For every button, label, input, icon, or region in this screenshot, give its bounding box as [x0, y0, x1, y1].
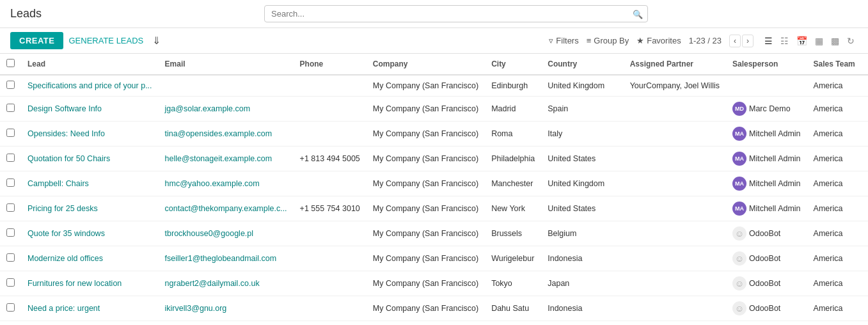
pagination-info: 1-23 / 23 — [689, 36, 722, 45]
lead-assigned-partner — [624, 97, 726, 122]
lead-email[interactable]: tina@opensides.example.com — [165, 129, 272, 138]
lead-sales-team: America — [807, 75, 862, 97]
lead-city: Roma — [485, 122, 541, 147]
lead-name[interactable]: Opensides: Need Info — [28, 129, 105, 138]
col-company: Company — [367, 54, 485, 75]
lead-name[interactable]: Need a price: urgent — [28, 304, 100, 313]
lead-company: My Company (San Francisco) — [367, 171, 485, 196]
lead-city: New York — [485, 196, 541, 221]
create-button[interactable]: CREATE — [10, 32, 63, 49]
search-icon[interactable]: 🔍 — [633, 9, 643, 19]
lead-name[interactable]: Design Software Info — [28, 104, 102, 113]
lead-city: Odoyev — [485, 321, 541, 326]
next-page-button[interactable]: › — [742, 35, 754, 47]
grid-view-button[interactable]: ▦ — [812, 35, 826, 47]
lead-assigned-partner — [624, 147, 726, 171]
lead-country: United States — [541, 147, 623, 171]
lead-email[interactable]: tbrockhouse0@google.pl — [165, 229, 253, 238]
lead-company: My Company (San Francisco) — [367, 271, 485, 296]
lead-sales-team: America — [807, 271, 862, 296]
avatar: ☺ — [732, 251, 746, 266]
refresh-button[interactable]: ↻ — [844, 35, 858, 47]
row-checkbox[interactable] — [6, 154, 15, 162]
avatar: MA — [732, 177, 746, 191]
lead-email[interactable]: ikirvell3@gnu.org — [165, 304, 227, 313]
lead-name[interactable]: Modernize old offices — [28, 254, 103, 263]
row-checkbox[interactable] — [6, 104, 15, 112]
lead-phone — [294, 171, 367, 196]
lead-name[interactable]: Quote for 35 windows — [28, 229, 105, 238]
lead-company: My Company (San Francisco) — [367, 97, 485, 122]
table-row: Need a price: urgentikirvell3@gnu.orgMy … — [0, 296, 868, 321]
lead-email[interactable]: contact@thekompany.example.c... — [165, 204, 287, 213]
lead-assigned-partner — [624, 271, 726, 296]
groupby-button[interactable]: ≡ Group By — [587, 36, 629, 45]
table-row: Opensides: Need Infotina@opensides.examp… — [0, 122, 868, 147]
filter-icon: ▿ — [549, 36, 553, 45]
lead-company: My Company (San Francisco) — [367, 296, 485, 321]
lead-salesperson: MDMarc Demo — [726, 97, 807, 122]
lead-phone — [294, 271, 367, 296]
salesperson-name: Mitchell Admin — [749, 154, 801, 163]
lead-email[interactable]: hmc@yahoo.example.com — [165, 179, 260, 188]
list-view-button[interactable]: ☰ — [761, 35, 776, 47]
favorites-button[interactable]: ★ Favorites — [636, 36, 681, 45]
row-checkbox[interactable] — [6, 278, 15, 287]
lead-name[interactable]: Campbell: Chairs — [28, 179, 89, 188]
row-checkbox[interactable] — [6, 129, 15, 137]
lead-city: Madrid — [485, 97, 541, 122]
lead-name[interactable]: Quotation for 50 Chairs — [28, 154, 110, 163]
prev-page-button[interactable]: ‹ — [729, 35, 741, 47]
lead-name[interactable]: Specifications and price of your p... — [28, 81, 152, 90]
calendar-view-button[interactable]: 📅 — [793, 35, 810, 47]
lead-email[interactable]: jga@solar.example.com — [165, 104, 251, 113]
lead-country: United States — [541, 196, 623, 221]
graph-view-button[interactable]: ▩ — [828, 35, 842, 47]
lead-name[interactable]: Furnitures for new location — [28, 279, 122, 288]
kanban-view-button[interactable]: ☷ — [777, 35, 792, 47]
page-title: Leads — [10, 7, 42, 20]
select-all-checkbox[interactable] — [6, 59, 15, 67]
table-row: Quotation for 50 Chairshelle@stonageit.e… — [0, 147, 868, 171]
col-country: Country — [541, 54, 623, 75]
lead-company: My Company (San Francisco) — [367, 321, 485, 326]
lead-phone — [294, 246, 367, 271]
avatar: ☺ — [732, 301, 746, 315]
table-row: Custom Desks (100 pieces)credford4@salon… — [0, 321, 868, 326]
lead-company: My Company (San Francisco) — [367, 122, 485, 147]
col-more-options[interactable]: ⋮ — [862, 54, 868, 75]
lead-country: Italy — [541, 122, 623, 147]
lead-sales-team: America — [807, 147, 862, 171]
lead-email[interactable]: fseiller1@theglobeandmail.com — [165, 254, 277, 263]
row-checkbox[interactable] — [6, 303, 15, 312]
search-input[interactable] — [264, 5, 648, 22]
lead-assigned-partner — [624, 296, 726, 321]
lead-city: Brussels — [485, 221, 541, 246]
avatar: MD — [732, 102, 746, 116]
lead-email[interactable]: ngrabert2@dailymail.co.uk — [165, 279, 260, 288]
row-checkbox[interactable] — [6, 81, 15, 89]
row-checkbox[interactable] — [6, 203, 15, 212]
avatar: MA — [732, 202, 746, 216]
generate-leads-button[interactable]: GENERATE LEADS — [68, 36, 143, 45]
lead-salesperson: ☺OdooBot — [726, 221, 807, 246]
table-row: Pricing for 25 deskscontact@thekompany.e… — [0, 196, 868, 221]
row-checkbox[interactable] — [6, 178, 15, 187]
avatar: ☺ — [732, 276, 746, 290]
lead-city: Edinburgh — [485, 75, 541, 97]
lead-phone — [294, 75, 367, 97]
row-checkbox[interactable] — [6, 253, 15, 262]
filters-button[interactable]: ▿ Filters — [549, 36, 578, 45]
lead-email[interactable]: helle@stonageit.example.com — [165, 154, 272, 163]
col-sales-team: Sales Team — [807, 54, 862, 75]
salesperson-name: Mitchell Admin — [749, 129, 801, 138]
import-button[interactable]: ⇓ — [148, 33, 164, 48]
lead-sales-team: America — [807, 221, 862, 246]
lead-city: Philadelphia — [485, 147, 541, 171]
row-checkbox[interactable] — [6, 228, 15, 237]
lead-company: My Company (San Francisco) — [367, 147, 485, 171]
table-row: Furnitures for new locationngrabert2@dai… — [0, 271, 868, 296]
lead-name[interactable]: Pricing for 25 desks — [28, 204, 98, 213]
lead-sales-team: America — [807, 97, 862, 122]
salesperson-name: OdooBot — [749, 229, 780, 238]
